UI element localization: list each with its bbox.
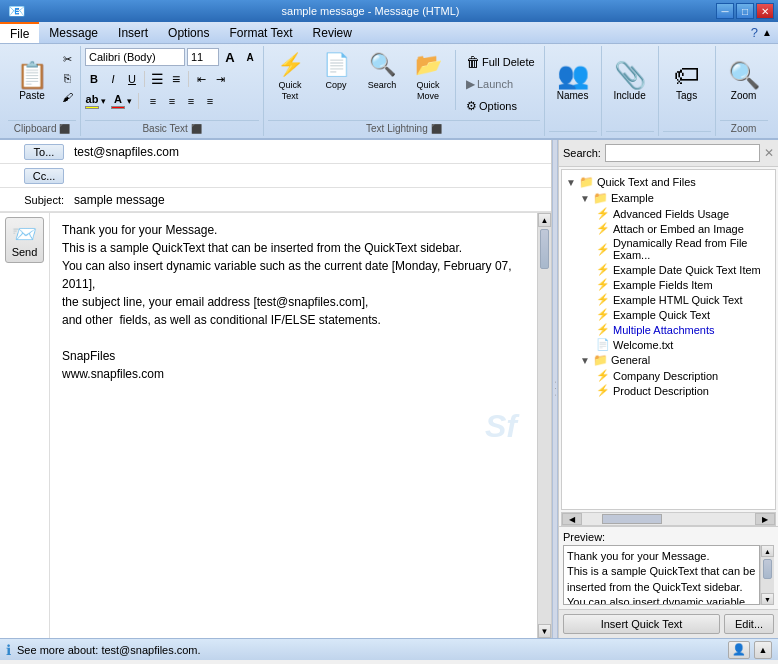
list-item[interactable]: ⚡ Multiple Attachments	[594, 322, 771, 337]
insert-quick-text-button[interactable]: Insert Quick Text	[563, 614, 720, 634]
window-title: sample message - Message (HTML)	[25, 5, 716, 17]
preview-scroll-down[interactable]: ▼	[761, 593, 774, 605]
align-center-button[interactable]: ≡	[163, 92, 181, 110]
menu-insert[interactable]: Insert	[108, 22, 158, 43]
scroll-track[interactable]	[538, 227, 551, 624]
shrink-font-button[interactable]: A	[241, 48, 259, 66]
list-item[interactable]: ⚡ Product Description	[594, 383, 771, 398]
quick-move-button[interactable]: 📂 Quick Move	[406, 48, 450, 114]
tree-root[interactable]: ▼ 📁 Quick Text and Files	[566, 174, 771, 190]
list-item[interactable]: ⚡ Example Fields Item	[594, 277, 771, 292]
increase-indent-button[interactable]: ⇥	[211, 70, 229, 88]
sidebar-hscrollbar[interactable]: ◀ ▶	[561, 512, 776, 526]
names-button[interactable]: 👥 Names	[549, 48, 597, 114]
scroll-thumb[interactable]	[540, 229, 549, 269]
list-item[interactable]: ⚡ Dynamically Read from File Exam...	[594, 236, 771, 262]
send-button[interactable]: 📨 Send	[5, 217, 45, 263]
font-name-selector[interactable]: Calibri (Body)	[85, 48, 185, 66]
list-item[interactable]: ⚡ Company Description	[594, 368, 771, 383]
include-button[interactable]: 📎 Include	[606, 48, 654, 114]
format-painter-button[interactable]: 🖌	[58, 88, 76, 106]
italic-button[interactable]: I	[104, 70, 122, 88]
file-icon-g0: ⚡	[596, 369, 610, 382]
search-button[interactable]: 🔍 Search	[360, 48, 404, 114]
hscroll-thumb[interactable]	[602, 514, 662, 524]
font-color-button[interactable]: A	[111, 93, 125, 109]
menu-review[interactable]: Review	[303, 22, 362, 43]
list-item[interactable]: ⚡ Example Date Quick Text Item	[594, 262, 771, 277]
copy-button[interactable]: 📄 Copy	[314, 48, 358, 114]
list-item[interactable]: ⚡ Example Quick Text	[594, 307, 771, 322]
options-button[interactable]: ⚙ Options	[461, 96, 540, 116]
tags-button[interactable]: 🏷 Tags	[663, 48, 711, 114]
tree-root-label: Quick Text and Files	[597, 176, 696, 188]
general-item-1: Product Description	[613, 385, 709, 397]
underline-button[interactable]: U	[123, 70, 141, 88]
close-button[interactable]: ✕	[756, 3, 774, 19]
compose-area: To... Cc... Subject: 📨	[0, 140, 552, 638]
to-input[interactable]	[70, 143, 551, 161]
highlight-button[interactable]: ab	[85, 93, 99, 109]
menu-message[interactable]: Message	[39, 22, 108, 43]
root-expand-icon: ▼	[566, 177, 576, 188]
decrease-indent-button[interactable]: ⇤	[192, 70, 210, 88]
preview-scroll-up[interactable]: ▲	[761, 545, 774, 557]
sidebar-tree[interactable]: ▼ 📁 Quick Text and Files ▼ 📁 Example ⚡ A…	[561, 169, 776, 510]
justify-button[interactable]: ≡	[201, 92, 219, 110]
cc-input[interactable]	[70, 167, 551, 185]
bullets-button[interactable]: ☰	[148, 70, 166, 88]
zoom-button[interactable]: 🔍 Zoom	[720, 48, 768, 114]
watermark: Sf	[485, 402, 517, 450]
hscroll-track[interactable]	[582, 513, 755, 525]
font-size-selector[interactable]: 11	[187, 48, 219, 66]
file-icon-8: 📄	[596, 338, 610, 351]
list-item[interactable]: ⚡ Example HTML Quick Text	[594, 292, 771, 307]
subject-input[interactable]	[70, 191, 551, 209]
scroll-up-btn[interactable]: ▲	[538, 213, 551, 227]
full-delete-icon: 🗑	[466, 54, 480, 70]
quick-text-button[interactable]: ⚡ Quick Text	[268, 48, 312, 114]
search-clear-icon[interactable]: ✕	[764, 146, 774, 160]
menu-file[interactable]: File	[0, 22, 39, 43]
status-person-icon[interactable]: 👤	[728, 641, 750, 659]
preview-scrollbar[interactable]: ▲ ▼	[760, 545, 774, 605]
scroll-down-btn[interactable]: ▼	[538, 624, 551, 638]
menu-options[interactable]: Options	[158, 22, 219, 43]
preview-scroll-thumb[interactable]	[763, 559, 772, 579]
preview-scroll-track[interactable]	[761, 557, 774, 593]
general-folder[interactable]: ▼ 📁 General	[580, 352, 771, 368]
help-icon[interactable]: ?	[751, 25, 758, 40]
bold-button[interactable]: B	[85, 70, 103, 88]
minimize-button[interactable]: ─	[716, 3, 734, 19]
status-collapse-button[interactable]: ▲	[754, 641, 772, 659]
copy-small-button[interactable]: ⎘	[58, 69, 76, 87]
ribbon-group-clipboard: 📋 Paste ✂ ⎘ 🖌 Clipboard ⬛	[4, 46, 81, 136]
hscroll-left-btn[interactable]: ◀	[562, 513, 582, 525]
example-folder[interactable]: ▼ 📁 Example	[580, 190, 771, 206]
maximize-button[interactable]: □	[736, 3, 754, 19]
cut-button[interactable]: ✂	[58, 50, 76, 68]
body-scrollbar[interactable]: ▲ ▼	[537, 213, 551, 638]
expand-icon[interactable]: ▲	[762, 27, 772, 38]
list-item[interactable]: ⚡ Attach or Embed an Image	[594, 221, 771, 236]
list-item[interactable]: ⚡ Advanced Fields Usage	[594, 206, 771, 221]
example-folder-icon: 📁	[593, 191, 608, 205]
cc-button[interactable]: Cc...	[24, 168, 64, 184]
align-right-button[interactable]: ≡	[182, 92, 200, 110]
hscroll-right-btn[interactable]: ▶	[755, 513, 775, 525]
menu-format-text[interactable]: Format Text	[219, 22, 302, 43]
to-button[interactable]: To...	[24, 144, 64, 160]
list-item[interactable]: 📄 Welcome.txt	[594, 337, 771, 352]
align-left-button[interactable]: ≡	[144, 92, 162, 110]
file-icon-4: ⚡	[596, 278, 610, 291]
sidebar-search-input[interactable]	[605, 144, 760, 162]
grow-font-button[interactable]: A	[221, 48, 239, 66]
tags-group-label	[663, 131, 711, 134]
message-body[interactable]: Thank you for your Message. This is a sa…	[50, 213, 537, 638]
launch-button[interactable]: ▶ Launch	[461, 74, 540, 94]
edit-button[interactable]: Edit...	[724, 614, 774, 634]
paste-button[interactable]: 📋 Paste	[8, 48, 56, 114]
numbering-button[interactable]: ≡	[167, 70, 185, 88]
full-delete-button[interactable]: 🗑 Full Delete	[461, 52, 540, 72]
status-text: See more about: test@snapfiles.com.	[17, 644, 201, 656]
